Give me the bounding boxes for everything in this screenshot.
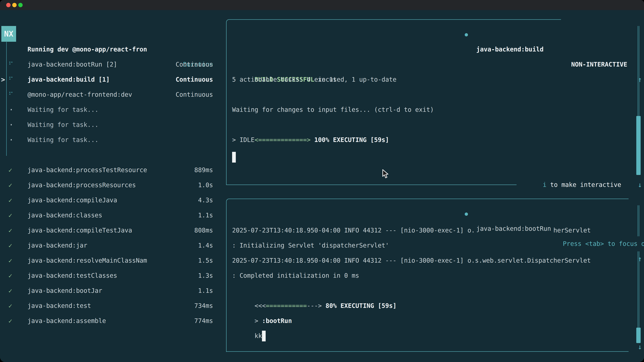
task-duration: 889ms: [194, 163, 213, 178]
task-spinner-icon: ·: [9, 132, 14, 147]
task-name: java-backend:bootRun [2]: [28, 57, 117, 72]
task-name: java-backend:test: [28, 298, 91, 313]
check-icon: ✓: [8, 163, 12, 178]
completed-task-row[interactable]: ✓ java-backend:processTestResource 889ms: [0, 163, 225, 178]
task-name: java-backend:jar: [28, 238, 87, 253]
task-duration: 774ms: [194, 313, 213, 329]
scroll-down-icon[interactable]: ↓: [638, 339, 642, 355]
task-name: Waiting for task...: [28, 102, 98, 117]
task-name: java-backend:processResources: [28, 178, 136, 193]
task-list-header: Running dev @mono-app/react-fron Duratio…: [0, 27, 225, 42]
selection-pointer-icon: >: [1, 72, 5, 87]
task-name: Waiting for task...: [28, 117, 98, 132]
task-spinner-icon: ⠋: [8, 87, 13, 102]
task-duration: 734ms: [194, 298, 213, 313]
check-icon: ✓: [8, 268, 12, 283]
bootrun-pane-title: java-backend:bootRun: [474, 221, 554, 236]
interactive-key: i: [543, 181, 546, 188]
completed-task-row[interactable]: ✓ java-backend:compileJava 4.3s: [0, 193, 225, 208]
task-spinner-icon: ·: [9, 117, 14, 132]
scroll-up-icon[interactable]: ↑: [638, 251, 642, 267]
completed-task-row[interactable]: ✓ java-backend:assemble 774ms: [0, 313, 225, 329]
completed-task-row[interactable]: ✓ java-backend:compileTestJava 808ms: [0, 223, 225, 238]
task-duration: 1.1s: [198, 283, 213, 298]
task-row[interactable]: · Waiting for task...: [0, 117, 225, 132]
task-spinner-icon: ⠋: [8, 72, 13, 87]
bootrun-pane-header[interactable]: ● java-backend:bootRun Press <tab> to fo…: [226, 191, 644, 206]
completed-task-row[interactable]: ✓ java-backend:bootJar 1.1s: [0, 283, 225, 298]
task-row[interactable]: · Waiting for task...: [0, 102, 225, 117]
completed-task-list: ✓ java-backend:processTestResource 889ms…: [0, 163, 225, 329]
nx-tui-content: NX Running dev @mono-app/react-fron Dura…: [0, 10, 644, 362]
build-pane-title: java-backend:build: [474, 42, 546, 57]
task-duration: 1.0s: [198, 178, 213, 193]
close-window-button[interactable]: [6, 3, 10, 7]
task-list-title: Running dev @mono-app/react-fron: [28, 42, 147, 57]
non-interactive-badge: NON-INTERACTIVE: [571, 57, 627, 72]
interactive-hint-text: to make interactive: [546, 181, 621, 188]
task-row[interactable]: > ⠋ java-backend:build [1] Continuous: [0, 72, 225, 87]
task-duration: 808ms: [194, 223, 213, 238]
task-name: java-backend:assemble: [28, 313, 106, 329]
task-name: java-backend:bootJar: [28, 283, 102, 298]
bootrun-pane-border: [226, 199, 628, 352]
pagination: ← 1/2 →: [9, 359, 35, 362]
pane-dot-icon: ●: [463, 27, 470, 42]
check-icon: ✓: [8, 313, 12, 329]
task-status: Continuous: [176, 87, 213, 102]
task-duration: 1.5s: [198, 253, 213, 268]
task-name: java-backend:classes: [28, 208, 102, 223]
build-scrollbar-thumb[interactable]: [636, 116, 641, 175]
completed-task-row[interactable]: ✓ java-backend:testClasses 1.3s: [0, 268, 225, 283]
completed-task-row[interactable]: ✓ java-backend:resolveMainClassNam 1.5s: [0, 253, 225, 268]
check-icon: ✓: [8, 253, 12, 268]
build-pane-bottom-border: [226, 185, 516, 185]
task-name: java-backend:compileTestJava: [28, 223, 132, 238]
task-name: Waiting for task...: [28, 132, 98, 147]
focus-output-hint: Press <tab> to focus output: [560, 236, 644, 251]
minimize-window-button[interactable]: [12, 3, 16, 7]
check-icon: ✓: [8, 208, 12, 223]
task-duration: 4.3s: [198, 193, 213, 208]
task-name: java-backend:resolveMainClassNam: [28, 253, 147, 268]
task-status: Continuous: [176, 72, 213, 87]
bootrun-scrollbar-track[interactable]: [638, 205, 639, 342]
completed-task-row[interactable]: ✓ java-backend:test 734ms: [0, 298, 225, 313]
check-icon: ✓: [8, 298, 12, 313]
running-task-list: ⠋ java-backend:bootRun [2] Continuous > …: [0, 57, 225, 147]
mouse-pointer-icon: [382, 169, 389, 179]
pane-dot-icon: ●: [463, 206, 470, 221]
task-name: java-backend:build [1]: [28, 72, 110, 87]
scroll-up-icon[interactable]: ↑: [638, 72, 642, 87]
task-name: java-backend:compileJava: [28, 193, 117, 208]
build-pane-header[interactable]: ● java-backend:build NON-INTERACTIVE ↑: [226, 12, 644, 27]
completed-task-row[interactable]: ✓ java-backend:processResources 1.0s: [0, 178, 225, 193]
check-icon: ✓: [8, 223, 12, 238]
zoom-window-button[interactable]: [18, 3, 23, 7]
task-duration: 1.1s: [198, 208, 213, 223]
completed-task-row[interactable]: ✓ java-backend:jar 1.4s: [0, 238, 225, 253]
bootrun-pane-bottom-border: [226, 351, 628, 352]
task-name: @mono-app/react-frontend:dev: [28, 87, 132, 102]
check-icon: ✓: [8, 238, 12, 253]
make-interactive-hint: i to make interactive: [540, 177, 624, 192]
task-status: Continuous: [176, 57, 213, 72]
left-panel-footer: ← 1/2 → quit: q help: ?: [0, 344, 225, 359]
completed-task-row[interactable]: ✓ java-backend:classes 1.1s: [0, 208, 225, 223]
terminal-window: NX Running dev @mono-app/react-fron Dura…: [0, 0, 644, 362]
task-row[interactable]: ⠋ @mono-app/react-frontend:dev Continuou…: [0, 87, 225, 102]
task-name: java-backend:processTestResource: [28, 163, 147, 178]
check-icon: ✓: [8, 283, 12, 298]
task-row[interactable]: ⠋ java-backend:bootRun [2] Continuous: [0, 57, 225, 72]
check-icon: ✓: [8, 193, 12, 208]
task-spinner-icon: ·: [9, 102, 14, 117]
window-titlebar: [0, 0, 644, 10]
task-spinner-icon: ⠋: [8, 57, 13, 72]
task-row[interactable]: · Waiting for task...: [0, 132, 225, 147]
scroll-down-icon[interactable]: ↓: [638, 177, 642, 192]
task-duration: 1.4s: [198, 238, 213, 253]
task-duration: 1.3s: [198, 268, 213, 283]
task-name: java-backend:testClasses: [28, 268, 117, 283]
check-icon: ✓: [8, 178, 12, 193]
